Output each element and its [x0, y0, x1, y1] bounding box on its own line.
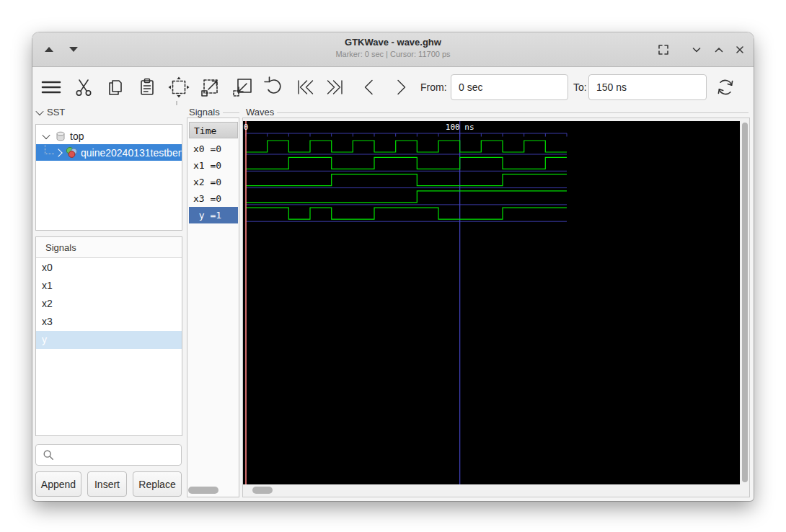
tree-item-top[interactable]: top — [36, 128, 182, 144]
waveform-x1 — [246, 157, 567, 169]
signal-row-x2[interactable]: x2 =0 — [189, 174, 238, 190]
zoom-fit-button[interactable] — [165, 74, 193, 101]
signals-legend-label: Signals — [189, 107, 220, 118]
waves-panel-legend: Waves — [246, 107, 749, 118]
from-label: From: — [420, 74, 447, 101]
waves-hscrollbar[interactable] — [246, 486, 740, 495]
signals-hscrollbar[interactable] — [187, 486, 239, 495]
chevron-left-icon — [356, 74, 383, 101]
toolbar-separator — [176, 101, 177, 105]
reload-icon — [712, 74, 739, 101]
previous-edge-button[interactable] — [356, 74, 383, 101]
paste-icon — [133, 74, 161, 101]
svg-text:0: 0 — [244, 123, 249, 132]
zoom-in-icon — [197, 74, 224, 101]
titlebar[interactable]: GTKWave - wave.ghw Marker: 0 sec | Curso… — [32, 32, 754, 67]
tree-item-label: quine20240131testbench — [81, 147, 182, 159]
waves-vscrollbar-thumb[interactable] — [742, 123, 748, 482]
append-button[interactable]: Append — [35, 471, 81, 497]
close-icon — [734, 44, 746, 56]
waves-legend-label: Waves — [246, 107, 274, 118]
list-item-x3[interactable]: x3 — [36, 313, 182, 331]
waves-hscrollbar-thumb[interactable] — [252, 487, 273, 494]
svg-text:100 ns: 100 ns — [446, 123, 474, 132]
tree-branch-lines — [45, 145, 54, 154]
tree-item-label: top — [70, 130, 84, 142]
time-column-header[interactable]: Time — [189, 122, 238, 138]
zoom-out-button[interactable] — [229, 74, 256, 101]
skip-to-start-button[interactable] — [291, 74, 318, 101]
wave-canvas-svg: 0100 ns — [243, 121, 740, 484]
chevron-down-icon — [691, 44, 702, 56]
title-block: GTKWave - wave.ghw Marker: 0 sec | Curso… — [32, 36, 754, 59]
list-item-y[interactable]: y — [36, 331, 182, 349]
menu-icon — [37, 74, 65, 101]
skip-to-end-icon — [322, 74, 350, 101]
signals-panel-legend: Signals — [189, 107, 239, 118]
screen: { "titlebar": { "title": "GTKWave - wave… — [0, 0, 786, 532]
replace-button[interactable]: Replace — [133, 471, 182, 497]
zoom-fit-icon — [165, 74, 193, 101]
paste-button[interactable] — [133, 74, 161, 101]
waveform-x2 — [246, 174, 567, 186]
sst-section-header[interactable]: SST — [37, 107, 80, 118]
legend-divider — [223, 112, 239, 113]
skip-to-start-icon — [291, 74, 318, 101]
gtkwave-window: GTKWave - wave.ghw Marker: 0 sec | Curso… — [32, 32, 754, 501]
tree-item-testbench[interactable]: quine20240131testbench — [36, 144, 182, 161]
signal-search-input[interactable] — [35, 444, 182, 466]
shrink-window-button[interactable] — [686, 40, 707, 60]
close-button[interactable] — [730, 40, 750, 60]
zoom-out-icon — [229, 74, 256, 101]
next-edge-button[interactable] — [387, 74, 415, 101]
list-item-x1[interactable]: x1 — [36, 277, 182, 295]
waveform-x0 — [246, 141, 567, 152]
signal-row-x1[interactable]: x1 =0 — [189, 157, 238, 174]
insert-button[interactable]: Insert — [87, 471, 127, 497]
skip-to-end-button[interactable] — [322, 74, 350, 101]
wave-canvas[interactable]: 0100 ns — [243, 121, 740, 484]
marker-cursor-status: Marker: 0 sec | Cursor: 11700 ps — [32, 49, 754, 59]
signal-row-x3[interactable]: x3 =0 — [189, 190, 238, 207]
fullscreen-icon — [657, 43, 670, 56]
list-item-x2[interactable]: x2 — [36, 295, 182, 313]
copy-icon — [102, 74, 129, 101]
to-input[interactable] — [588, 74, 707, 100]
chevron-up-icon — [713, 44, 725, 56]
undo-button[interactable] — [260, 74, 287, 101]
reload-button[interactable] — [712, 74, 739, 101]
zoom-in-button[interactable] — [197, 74, 224, 101]
window-title: GTKWave - wave.ghw — [32, 36, 754, 49]
signals-name-column: Time x0 =0 x1 =0 x2 =0 x3 =0 y =1 — [187, 118, 239, 497]
waves-vscrollbar[interactable] — [741, 121, 749, 484]
search-icon — [43, 449, 54, 461]
signal-list-header[interactable]: Signals — [36, 237, 182, 258]
chevron-right-icon — [387, 74, 415, 101]
expander-chevron-icon[interactable] — [42, 130, 50, 138]
pane-shift-up-button[interactable] — [40, 41, 58, 57]
waveform-y — [246, 208, 567, 219]
signal-row-y[interactable]: y =1 — [189, 207, 238, 223]
triangle-down-icon — [69, 47, 78, 52]
expander-chevron-icon[interactable] — [54, 148, 62, 156]
pane-shift-down-button[interactable] — [65, 41, 82, 57]
undo-icon — [260, 74, 287, 101]
legend-divider — [277, 112, 749, 113]
fullscreen-button[interactable] — [653, 40, 674, 60]
grow-window-button[interactable] — [709, 40, 729, 60]
signals-hscrollbar-thumb[interactable] — [188, 487, 218, 494]
to-label: To: — [573, 74, 587, 101]
cut-icon — [70, 74, 97, 101]
sst-label: SST — [47, 107, 65, 118]
waveform-x3 — [246, 191, 567, 203]
signal-row-x0[interactable]: x0 =0 — [189, 141, 238, 157]
signal-search-list: Signals x0 x1 x2 x3 y — [35, 236, 182, 436]
from-input[interactable] — [451, 74, 568, 100]
copy-button[interactable] — [102, 74, 129, 101]
list-item-x0[interactable]: x0 — [36, 259, 182, 277]
expander-chevron-icon — [35, 107, 43, 115]
menu-button[interactable] — [37, 74, 65, 101]
cut-button[interactable] — [70, 74, 97, 101]
cylinder-icon — [55, 130, 66, 142]
triangle-up-icon — [45, 47, 53, 52]
